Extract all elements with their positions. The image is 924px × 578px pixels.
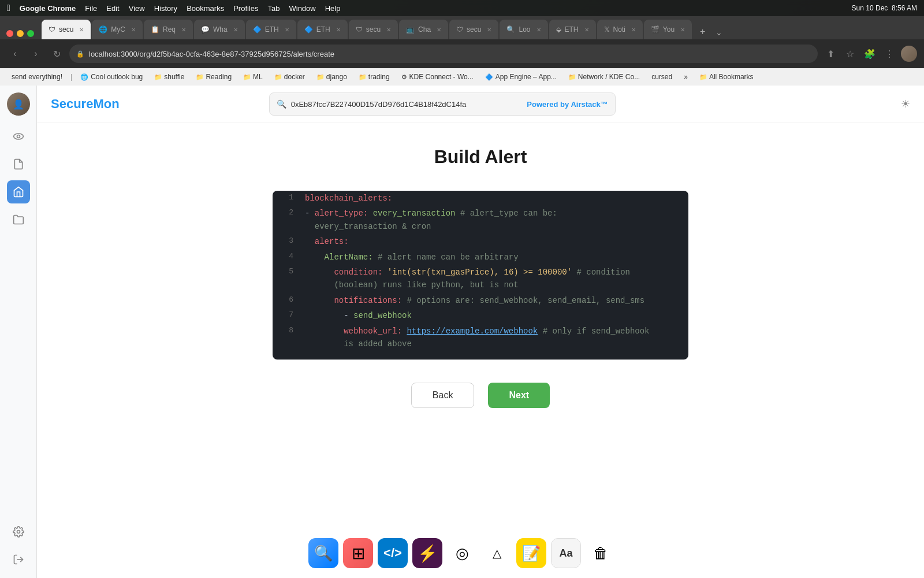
tab-label: secu	[59, 25, 73, 34]
dock-chrome[interactable]: ◎	[447, 538, 477, 568]
trash-icon: 🗑	[593, 544, 608, 562]
powered-by-text: Powered by Airstack™	[527, 100, 608, 109]
back-button[interactable]: Back	[411, 383, 475, 408]
bookmark-cool-outlook[interactable]: 🌐 Cool outlook bug	[76, 72, 147, 82]
edit-menu[interactable]: Edit	[106, 4, 119, 13]
bookmark-star-icon[interactable]: ☆	[842, 46, 858, 62]
bookmark-label: send everything!	[12, 73, 62, 81]
dock-trash[interactable]: 🗑	[586, 538, 616, 568]
view-menu[interactable]: View	[129, 4, 145, 13]
sidebar-icon-eye[interactable]	[7, 125, 30, 148]
reload-button[interactable]: ↻	[49, 46, 65, 62]
profile-avatar[interactable]	[901, 46, 917, 62]
tab-bar: 🛡 secu ✕ 🌐MyC✕ 📋Req✕ 💬Wha✕ 🔷ETH✕ 🔷ETH✕ 🛡…	[0, 16, 924, 39]
extensions-icon[interactable]: 🧩	[862, 46, 878, 62]
bookmark-more[interactable]: »	[679, 72, 692, 82]
bookmark-cursed[interactable]: cursed	[647, 72, 677, 82]
bookmark-send-everything[interactable]: send everything!	[7, 72, 67, 82]
bookmark-label: shuffle	[164, 73, 184, 81]
bookmark-label: django	[326, 73, 347, 81]
dock-tailscale[interactable]: △	[482, 538, 512, 568]
bookmark-django[interactable]: 📁django	[312, 72, 352, 82]
bookmark-appengine[interactable]: 🔷App Engine – App...	[480, 72, 561, 82]
file-menu[interactable]: File	[85, 4, 97, 13]
tab-req[interactable]: 📋Req✕	[144, 20, 193, 39]
bookmark-ml[interactable]: 📁ML	[239, 72, 267, 82]
help-menu[interactable]: Help	[325, 4, 341, 13]
tab-wha[interactable]: 💬Wha✕	[194, 20, 245, 39]
tab-loo[interactable]: 🔍Loo✕	[500, 20, 547, 39]
bookmark-trading[interactable]: 📁trading	[354, 72, 394, 82]
window-menu[interactable]: Window	[289, 4, 315, 13]
bookmark-label: App Engine – App...	[495, 73, 557, 81]
tailscale-icon: △	[493, 546, 501, 560]
search-bar[interactable]: 🔍 0xEb87fcc7B227400D157dD976d1C4B18f42dC…	[269, 92, 616, 116]
bookmark-label: KDE Connect - Wo...	[409, 73, 474, 81]
sidebar-icon-settings[interactable]	[7, 520, 30, 543]
sidebar-icon-logout[interactable]	[7, 548, 30, 571]
tab-eth3[interactable]: ⬙ETH✕	[549, 20, 596, 39]
page-title: Build Alert	[434, 146, 527, 168]
bookmark-shuffle[interactable]: 📁shuffle	[150, 72, 189, 82]
forward-nav-button[interactable]: ›	[28, 46, 44, 62]
url-bar[interactable]: 🔒 localhost:3000/org/d2f5b4ac-0cfa-463e-…	[69, 45, 818, 63]
tab-noti[interactable]: 𝕏Noti✕	[597, 20, 643, 39]
share-icon[interactable]: ⬆	[822, 46, 839, 62]
sidebar-icon-document[interactable]	[7, 153, 30, 176]
app-name-menu[interactable]: Google Chrome	[20, 4, 76, 13]
notes-icon: 📝	[522, 544, 541, 562]
tab-securemon-active[interactable]: 🛡 secu ✕	[42, 20, 91, 39]
new-tab-button[interactable]: +	[695, 24, 710, 39]
tab-menu[interactable]: Tab	[268, 4, 280, 13]
theme-toggle-button[interactable]: ☀	[901, 98, 910, 110]
dock-launchpad[interactable]: ⊞	[343, 538, 373, 568]
bookmark-label: docker	[284, 73, 305, 81]
tab-you[interactable]: 🎬You✕	[644, 20, 692, 39]
tab-list-chevron[interactable]: ⌄	[713, 25, 725, 39]
back-nav-button[interactable]: ‹	[7, 46, 23, 62]
launchpad-icon: ⊞	[352, 544, 365, 563]
search-value: 0xEb87fcc7B227400D157dD976d1C4B18f42dC14…	[291, 100, 523, 109]
history-menu[interactable]: History	[154, 4, 177, 13]
dock-finder[interactable]: 🔍	[308, 538, 338, 568]
tab-secu2[interactable]: 🛡secu✕	[349, 20, 398, 39]
tab-secu3[interactable]: 🛡secu✕	[449, 20, 498, 39]
profiles-menu[interactable]: Profiles	[233, 4, 258, 13]
code-line-2: 2 - alert_type: every_transaction # aler…	[273, 206, 688, 234]
dock-notes[interactable]: 📝	[516, 538, 546, 568]
sidebar-icon-home[interactable]	[7, 180, 30, 203]
bookmark-network[interactable]: 📁Network / KDE Co...	[564, 72, 644, 82]
dock-vscode[interactable]: </>	[378, 538, 408, 568]
chrome-menu-icon[interactable]: ⋮	[881, 46, 897, 62]
bookmark-label: Cool outlook bug	[91, 73, 143, 81]
maximize-button[interactable]	[27, 30, 34, 37]
close-button[interactable]	[6, 30, 13, 37]
tab-eth1[interactable]: 🔷ETH✕	[246, 20, 296, 39]
bookmark-kde[interactable]: ⚙KDE Connect - Wo...	[397, 72, 478, 82]
sidebar-icon-folder[interactable]	[7, 208, 30, 231]
dock-dictionary[interactable]: Aa	[551, 538, 581, 568]
bookmark-all[interactable]: 📁All Bookmarks	[695, 72, 758, 82]
airstack-brand: Airstack™	[571, 100, 608, 109]
bookmark-label: Reading	[206, 73, 232, 81]
tab-eth2[interactable]: 🔷ETH✕	[297, 20, 348, 39]
code-line-8: 8 webhook_url: https://example.com/webho…	[273, 324, 688, 360]
bookmarks-bar: send everything! | 🌐 Cool outlook bug 📁s…	[0, 68, 924, 86]
slack-icon: ⚡	[418, 544, 438, 563]
tab-cha[interactable]: 📺Cha✕	[399, 20, 448, 39]
bookmarks-menu[interactable]: Bookmarks	[187, 4, 224, 13]
tab-myc[interactable]: 🌐MyC✕	[92, 20, 143, 39]
apple-menu[interactable]: 	[7, 3, 10, 13]
user-avatar[interactable]: 👤	[7, 92, 30, 116]
svg-point-0	[13, 134, 23, 139]
minimize-button[interactable]	[17, 30, 24, 37]
vscode-icon: </>	[383, 546, 402, 561]
bookmark-label: All Bookmarks	[709, 73, 754, 81]
bookmark-docker[interactable]: 📁docker	[270, 72, 310, 82]
bookmark-reading[interactable]: 📁Reading	[191, 72, 236, 82]
code-line-3: 3 alerts:	[273, 234, 688, 249]
next-button[interactable]: Next	[488, 383, 550, 408]
code-editor: 1 blockchain_alerts: 2 - alert_type: eve…	[273, 191, 688, 360]
tab-close-icon[interactable]: ✕	[79, 27, 84, 33]
dock-slack[interactable]: ⚡	[412, 538, 442, 568]
